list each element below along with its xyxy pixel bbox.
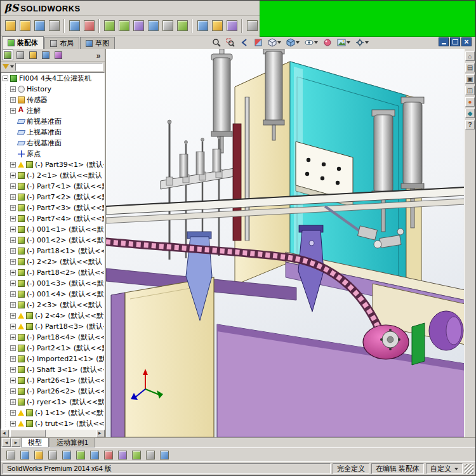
expand-toggle-icon[interactable]: [10, 270, 16, 275]
expand-toggle-icon[interactable]: [10, 259, 16, 265]
circle-button[interactable]: [88, 449, 101, 461]
feature-filter-input[interactable]: [15, 63, 103, 71]
section-view-button[interactable]: [252, 37, 265, 48]
assembly-features-button[interactable]: [210, 18, 224, 34]
tab-scroll-left-button[interactable]: [2, 438, 11, 447]
expand-toggle-icon[interactable]: [10, 281, 16, 286]
tree-item[interactable]: 注解: [1, 105, 104, 116]
layers-button[interactable]: [158, 449, 171, 461]
expand-toggle-icon[interactable]: [10, 162, 16, 168]
expand-toggle-icon[interactable]: [10, 183, 16, 189]
tree-item[interactable]: (-) Part2<1> (默认<<默认: [1, 343, 104, 354]
smart-fasteners-button[interactable]: [161, 18, 175, 34]
scroll-left-button[interactable]: [1, 430, 9, 437]
expand-toggle-icon[interactable]: [10, 421, 16, 426]
tree-item[interactable]: (-) Imported21<1> (默认<: [1, 354, 104, 364]
move-component-button[interactable]: [175, 18, 189, 34]
rebuild-button[interactable]: [82, 18, 96, 34]
expand-toggle-icon[interactable]: [10, 237, 16, 243]
tree-item[interactable]: (-) 2<3> (默认<<默认: [1, 300, 104, 310]
collapse-toggle[interactable]: [3, 76, 8, 81]
save-button[interactable]: [32, 18, 46, 34]
expand-toggle-icon[interactable]: [10, 173, 16, 178]
expand-toggle-icon[interactable]: [10, 345, 16, 351]
close-button[interactable]: [461, 37, 472, 46]
expand-toggle-icon[interactable]: [10, 334, 16, 340]
table-button[interactable]: [144, 449, 157, 461]
tree-item[interactable]: (-) Part7<4> (默认<<默: [1, 213, 104, 224]
smart-dimension-button[interactable]: [32, 449, 45, 461]
view-orientation-button[interactable]: [266, 37, 283, 48]
tree-item[interactable]: (-) Part18<2> (默认<<默: [1, 267, 104, 278]
select-button[interactable]: [4, 449, 17, 461]
tree-item[interactable]: (-) 001<1> (默认<<默认: [1, 224, 104, 235]
expand-toggle-icon[interactable]: [10, 388, 16, 394]
menu-item[interactable]: [128, 6, 136, 10]
solidworks-resources-button[interactable]: [465, 51, 475, 61]
tree-item[interactable]: (-) Part18<4> (默认<<默: [1, 332, 104, 343]
expand-toggle-icon[interactable]: [10, 367, 16, 373]
expand-toggle-icon[interactable]: [10, 216, 16, 221]
tree-item[interactable]: (-) 1<1> (默认<<默认>_显: [1, 407, 104, 418]
edit-appearance-button[interactable]: [321, 37, 334, 48]
filter-dropdown-caret-icon[interactable]: [10, 65, 14, 68]
tab-configurationmanager[interactable]: [27, 50, 39, 60]
menu-item[interactable]: [107, 6, 116, 10]
apply-scene-button[interactable]: [335, 37, 352, 48]
tree-item[interactable]: (-) Part7<2> (默认<<默: [1, 192, 104, 202]
tree-item[interactable]: (-) 2<2> (默认<<默认: [1, 256, 104, 267]
tree-item[interactable]: History: [1, 84, 104, 95]
view-palette-button[interactable]: [465, 86, 475, 95]
expand-toggle-icon[interactable]: [10, 302, 16, 308]
filter-icon[interactable]: [3, 64, 9, 69]
menu-item[interactable]: [117, 6, 126, 10]
tree-item[interactable]: 右视基准面: [1, 138, 104, 149]
custom-status-selector[interactable]: 自定义: [426, 463, 463, 474]
zoom-to-area-button[interactable]: [224, 37, 237, 48]
hide-show-items-button[interactable]: [303, 37, 320, 48]
tree-item[interactable]: 上视基准面: [1, 127, 104, 138]
tree-item[interactable]: (-) Part18<1> (默认<<默: [1, 246, 104, 256]
tab-assembly[interactable]: 装配体: [2, 36, 44, 49]
scroll-right-button[interactable]: [96, 430, 105, 437]
mate-button[interactable]: [131, 18, 145, 34]
tab-displaymanager[interactable]: [53, 50, 64, 60]
expand-toggle-icon[interactable]: [10, 108, 16, 114]
tab-propertymanager[interactable]: [15, 50, 26, 60]
menu-item[interactable]: [97, 6, 106, 10]
previous-view-button[interactable]: [238, 37, 251, 48]
tree-item[interactable]: 原点: [1, 149, 104, 159]
tab-model[interactable]: 模型: [21, 438, 49, 447]
sketch-button[interactable]: [18, 449, 31, 461]
expand-toggle-icon[interactable]: [10, 378, 16, 383]
expand-toggle-icon[interactable]: [10, 291, 16, 297]
open-button[interactable]: [18, 18, 32, 34]
rectangle-button[interactable]: [74, 449, 87, 461]
mirror-button[interactable]: [116, 449, 129, 461]
expand-toggle-icon[interactable]: [10, 194, 16, 200]
expand-toggle-icon[interactable]: [10, 205, 16, 211]
trim-button[interactable]: [102, 449, 115, 461]
insert-components-button[interactable]: [117, 18, 131, 34]
pattern-button[interactable]: [130, 449, 143, 461]
tab-sketch[interactable]: 草图: [80, 37, 115, 49]
print-button[interactable]: [47, 18, 61, 34]
tree-item[interactable]: (-) 2<4> (默认<<默认: [1, 310, 104, 321]
bill-of-materials-button[interactable]: [245, 18, 259, 34]
new-button[interactable]: [3, 18, 17, 34]
zoom-to-fit-button[interactable]: [210, 37, 223, 48]
tab-dimxpertmanager[interactable]: [40, 50, 51, 60]
expand-toggle-icon[interactable]: [10, 399, 16, 405]
file-explorer-button[interactable]: [465, 74, 475, 84]
show-hidden-components-button[interactable]: [195, 18, 209, 34]
scroll-thumb[interactable]: [10, 430, 46, 437]
linear-component-pattern-button[interactable]: [146, 18, 160, 34]
collapse-panel-button[interactable]: [93, 50, 103, 60]
line-button[interactable]: [60, 449, 73, 461]
tree-root-item[interactable]: FI004 4头4工位灌装机: [1, 73, 104, 84]
display-style-button[interactable]: [284, 37, 301, 48]
design-library-button[interactable]: [465, 63, 475, 72]
expand-toggle-icon[interactable]: [10, 86, 16, 92]
expand-toggle-icon[interactable]: [10, 227, 16, 232]
tab-layout[interactable]: 布局: [44, 37, 79, 49]
